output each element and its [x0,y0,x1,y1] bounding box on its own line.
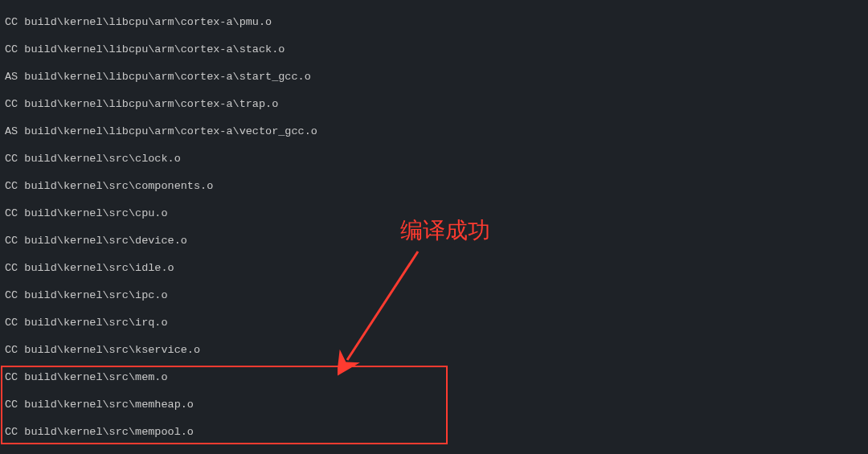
compile-line: CC build\kernel\libcpu\arm\cortex-a\stac… [5,43,863,56]
compile-line: CC build\kernel\src\device.o [5,234,863,247]
compile-line: CC build\kernel\src\idle.o [5,261,863,275]
compile-line: AS build\kernel\libcpu\arm\cortex-a\star… [5,70,863,84]
compile-line: CC build\kernel\src\kservice.o [5,343,863,357]
compile-line: CC build\kernel\src\mem.o [5,370,863,384]
compile-line: CC build\kernel\src\components.o [5,179,863,193]
terminal-output: CC build\kernel\libcpu\arm\cortex-a\pmu.… [5,2,863,454]
compile-line: CC build\kernel\src\mempool.o [5,425,863,439]
compile-line: AS build\kernel\libcpu\arm\cortex-a\vect… [5,125,863,138]
compile-line: CC build\kernel\src\memheap.o [5,398,863,411]
compile-line: CC build\kernel\libcpu\arm\cortex-a\trap… [5,97,863,111]
compile-line: CC build\kernel\libcpu\arm\cortex-a\pmu.… [5,15,863,29]
compile-line: CC build\kernel\src\cpu.o [5,207,863,220]
compile-line: CC build\kernel\src\ipc.o [5,288,863,302]
compile-line: CC build\kernel\src\irq.o [5,316,863,329]
compile-line: CC build\kernel\src\clock.o [5,152,863,166]
